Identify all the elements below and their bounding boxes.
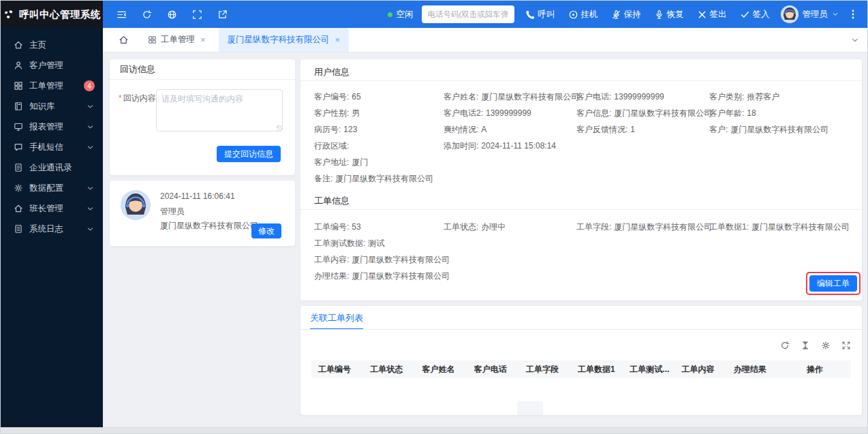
sidebar-item-班长管理[interactable]: 班长管理 [1, 198, 103, 219]
sidebar-item-系统日志[interactable]: 系统日志 [1, 219, 103, 239]
home-tab-button[interactable] [112, 28, 135, 52]
tab-list-chevron-icon[interactable] [851, 36, 859, 44]
field-value: 18 [747, 108, 756, 118]
field-label: 工单状态: [444, 222, 478, 232]
tab-厦门星纵数字科技有限公司[interactable]: 厦门星纵数字科技有限公司× [219, 28, 350, 52]
visit-content-textarea[interactable] [156, 89, 283, 131]
column-settings-icon[interactable] [821, 341, 831, 350]
edit-order-button[interactable]: 编辑工单 [809, 275, 857, 292]
refresh-icon[interactable] [142, 10, 152, 20]
call-action-保持[interactable]: 保持 [611, 9, 641, 20]
phone-number-input[interactable] [422, 5, 514, 23]
call-action-签入[interactable]: 签入 [740, 9, 770, 20]
table-header-客户姓名[interactable]: 客户姓名 [415, 364, 467, 375]
sidebar-item-报表管理[interactable]: 报表管理 [1, 117, 103, 137]
field-行政区域: 行政区域: [314, 138, 444, 154]
field-value: A [481, 125, 486, 134]
table-header-row: 工单编号工单状态客户姓名客户电话工单字段工单数据1工单测试...工单内容办理结果… [311, 360, 851, 378]
table-header-工单编号[interactable]: 工单编号 [311, 364, 363, 375]
field-label: 客户反馈情况: [576, 125, 627, 134]
call-action-签出[interactable]: 签出 [697, 9, 727, 20]
tabbar: 工单管理×厦门星纵数字科技有限公司× [103, 28, 867, 52]
user-menu[interactable]: 管理员 [781, 5, 839, 23]
field-label: 客户年龄: [709, 108, 744, 118]
chevron-down-icon [87, 144, 94, 151]
resume-icon [654, 10, 664, 20]
related-orders-tab[interactable]: 关联工单列表 [310, 312, 363, 324]
call-action-挂机[interactable]: 挂机 [568, 9, 598, 20]
field-value: 测试 [368, 238, 384, 248]
contacts-icon [14, 163, 23, 172]
field-客户: 客户:厦门星纵数字科技有限公司 [709, 121, 852, 138]
field-label: 工单内容: [314, 255, 349, 264]
divider [300, 329, 862, 330]
call-action-label: 呼叫 [538, 9, 555, 20]
call-action-呼叫[interactable]: 呼叫 [525, 9, 555, 20]
tab-close-icon[interactable]: × [335, 35, 341, 45]
edit-order-annotation-box: 编辑工单 [806, 272, 861, 295]
sidebar-item-知识库[interactable]: 知识库 [1, 96, 103, 117]
field-label: 病历号: [314, 125, 341, 134]
table-header-办理结果[interactable]: 办理结果 [727, 364, 779, 375]
tab-工单管理[interactable]: 工单管理× [139, 28, 215, 52]
table-header-操作[interactable]: 操作 [779, 364, 851, 375]
sidebar-item-手机短信[interactable]: 手机短信 [1, 137, 103, 157]
sidebar-item-工单管理[interactable]: 工单管理4 [1, 76, 103, 96]
field-label: 办理结果: [314, 271, 349, 281]
sidebar-item-label: 报表管理 [29, 121, 63, 133]
field-value: 厦门星纵数字科技有限公司 [730, 125, 828, 134]
call-action-恢复[interactable]: 恢复 [654, 9, 684, 20]
content-area: 回访信息 *回访内容 提交回访信息 2024-11-11 16:06:41 管理… [103, 52, 867, 427]
table-header-工单数据1[interactable]: 工单数据1 [571, 364, 623, 375]
globe-icon[interactable] [167, 10, 177, 20]
sidebar-item-label: 班长管理 [29, 203, 63, 215]
submit-visit-button[interactable]: 提交回访信息 [217, 146, 281, 162]
table-header-工单状态[interactable]: 工单状态 [363, 364, 415, 375]
topbar: 呼叫中心管理系统 空闲 呼叫挂机保持恢复签出签入 管理员 [1, 1, 867, 28]
row-density-icon[interactable] [801, 341, 810, 350]
call-action-label: 签出 [710, 9, 727, 20]
table-header-工单内容[interactable]: 工单内容 [675, 364, 727, 375]
table-header-工单测试...[interactable]: 工单测试... [623, 364, 675, 375]
chevron-down-icon [87, 205, 94, 213]
table-header-工单字段[interactable]: 工单字段 [519, 364, 571, 375]
sidebar-item-主页[interactable]: 主页 [1, 35, 103, 55]
fullscreen-icon[interactable] [192, 10, 202, 20]
external-link-icon[interactable] [217, 10, 228, 20]
home-icon [119, 35, 129, 45]
sidebar: 主页客户管理工单管理4知识库报表管理手机短信企业通讯录数据配置班长管理系统日志 [1, 28, 103, 427]
field-label: 客户地址: [314, 157, 349, 167]
tab-close-icon[interactable]: × [200, 35, 206, 45]
field-value: 办理中 [481, 222, 506, 232]
sidebar-item-客户管理[interactable]: 客户管理 [1, 55, 103, 76]
field-label: 客户电话: [576, 92, 611, 102]
sidebar-item-label: 知识库 [29, 101, 55, 112]
sidebar-item-数据配置[interactable]: 数据配置 [1, 178, 103, 198]
sidebar-item-label: 客户管理 [29, 60, 63, 72]
home-icon [14, 40, 23, 50]
more-vertical-icon[interactable] [848, 9, 858, 20]
refresh-table-icon[interactable] [780, 341, 790, 350]
sidebar-item-企业通讯录[interactable]: 企业通讯录 [1, 157, 103, 178]
field-工单字段: 工单字段:厦门星纵数字科技有限公司 [576, 219, 709, 235]
empty-state-icon [517, 401, 543, 415]
collapse-menu-icon[interactable] [117, 10, 127, 20]
chevron-down-icon [87, 226, 94, 233]
agent-status: 空闲 [388, 9, 414, 20]
table-header-客户电话[interactable]: 客户电话 [467, 364, 519, 375]
visit-info-card: 回访信息 *回访内容 提交回访信息 [110, 59, 295, 175]
order-info-field: 工单数据1:厦门星纵数字科技有限公司 [709, 219, 852, 235]
field-客户电话: 客户电话:13999999999 [576, 89, 709, 105]
user-info-column-4: 客户类别:推荐客户客户年龄:18客户:厦门星纵数字科技有限公司 [709, 89, 852, 138]
history-company: 厦门星纵数字科技有限公司 [160, 220, 258, 232]
chevron-down-icon [87, 123, 94, 131]
sidebar-item-label: 工单管理 [29, 80, 63, 92]
field-label: 客户: [709, 125, 728, 134]
field-客户类别: 客户类别:推荐客户 [709, 89, 852, 105]
field-爽约情况: 爽约情况:A [444, 121, 576, 138]
field-备注: 备注:厦门星纵数字科技有限公司 [314, 170, 444, 187]
expand-table-icon[interactable] [841, 341, 851, 350]
sidebar-item-label: 企业通讯录 [29, 162, 72, 174]
edit-history-button[interactable]: 修改 [251, 223, 281, 238]
field-label: 工单测试数据: [314, 238, 365, 248]
